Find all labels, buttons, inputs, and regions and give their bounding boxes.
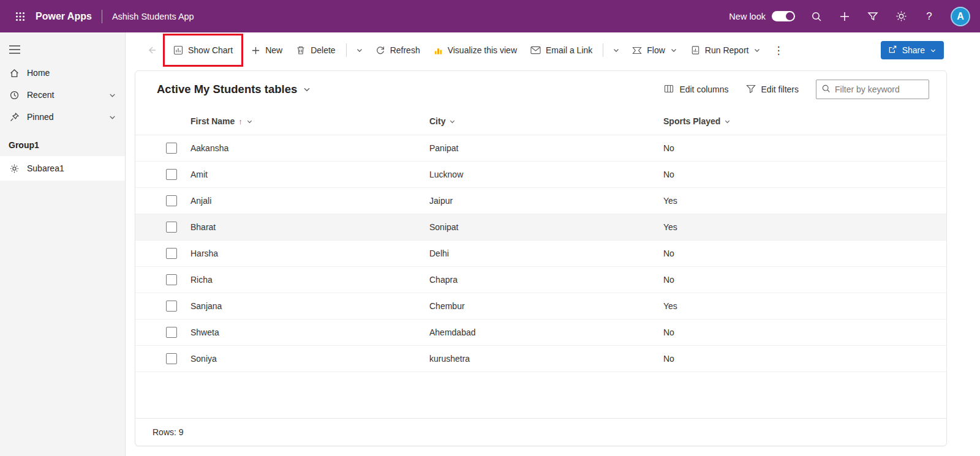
column-label: Sports Played <box>663 116 720 126</box>
row-checkbox-cell <box>135 301 190 312</box>
row-checkbox[interactable] <box>166 248 177 259</box>
new-look-switch-group: New look <box>729 11 795 21</box>
chevron-down-icon[interactable] <box>108 113 116 121</box>
pin-icon <box>9 111 20 122</box>
filter-keyword-input[interactable] <box>835 84 924 94</box>
chevron-down-icon <box>753 47 761 54</box>
row-checkbox[interactable] <box>166 143 177 154</box>
row-checkbox[interactable] <box>166 169 177 180</box>
table-row[interactable]: Richa Chapra No <box>135 267 946 293</box>
table-row[interactable]: Shweta Ahemdabad No <box>135 320 946 346</box>
columns-icon <box>664 84 674 95</box>
view-card: Active My Students tables Edit columns <box>135 70 947 446</box>
chevron-down-icon <box>670 47 677 54</box>
avatar[interactable]: A <box>951 7 970 26</box>
cell-sports-played: No <box>663 170 946 179</box>
table-row[interactable]: Harsha Delhi No <box>135 241 946 267</box>
power-apps-window: Power Apps Ashish Students App New look … <box>0 0 980 456</box>
row-checkbox[interactable] <box>166 274 177 285</box>
row-checkbox[interactable] <box>166 301 177 312</box>
cell-city: Ahemdabad <box>429 327 663 337</box>
row-checkbox-cell <box>135 353 190 364</box>
new-look-label: New look <box>729 12 766 21</box>
row-checkbox-cell <box>135 195 190 206</box>
cell-sports-played: Yes <box>663 222 946 232</box>
email-dropdown-chevron[interactable] <box>608 42 625 58</box>
keyword-filter-box[interactable] <box>816 80 929 99</box>
hamburger-menu-icon[interactable] <box>0 37 27 62</box>
toggle-knob <box>786 12 794 20</box>
edit-columns-button[interactable]: Edit columns <box>664 84 728 95</box>
header-divider <box>102 10 102 23</box>
cell-sports-played: No <box>663 327 946 337</box>
show-chart-annotated-region: Show Chart <box>167 41 239 59</box>
sidebar-item-label: Recent <box>27 90 54 100</box>
plus-icon <box>251 46 260 55</box>
cell-city: Sonipat <box>429 222 663 232</box>
share-button[interactable]: Share <box>881 41 944 59</box>
table-row[interactable]: Bharat Sonipat Yes <box>135 214 946 241</box>
row-checkbox[interactable] <box>166 195 177 206</box>
flow-label: Flow <box>647 45 665 55</box>
sidebar-item-home[interactable]: Home <box>0 62 125 84</box>
sidebar-item-pinned[interactable]: Pinned <box>0 106 125 128</box>
waffle-menu-icon[interactable] <box>10 6 31 27</box>
flow-icon <box>632 47 642 54</box>
cell-sports-played: No <box>663 249 946 258</box>
overflow-menu-icon[interactable]: ⋮ <box>768 41 788 60</box>
plus-icon[interactable] <box>838 10 851 23</box>
command-divider <box>346 43 347 57</box>
filter-icon[interactable] <box>866 10 880 23</box>
visualize-chart-icon <box>434 46 443 55</box>
share-label: Share <box>902 45 925 55</box>
app-name[interactable]: Power Apps <box>36 11 92 22</box>
table-row[interactable]: Aakansha Panipat No <box>135 135 946 162</box>
delete-button[interactable]: Delete <box>290 41 341 59</box>
edit-filters-label: Edit filters <box>761 84 799 94</box>
visualize-view-label: Visualize this view <box>448 45 517 55</box>
table-row[interactable]: Sanjana Chembur Yes <box>135 293 946 320</box>
new-button[interactable]: New <box>245 41 288 59</box>
flow-button[interactable]: Flow <box>626 41 684 59</box>
refresh-button[interactable]: Refresh <box>369 41 426 59</box>
chevron-down-icon <box>612 47 620 54</box>
view-actions: Edit columns Edit filters <box>664 80 929 99</box>
cell-first-name: Shweta <box>190 327 429 337</box>
visualize-view-button[interactable]: Visualize this view <box>428 41 523 59</box>
new-label: New <box>265 45 282 55</box>
email-link-button[interactable]: Email a Link <box>524 41 598 59</box>
cell-sports-played: Yes <box>663 301 946 311</box>
column-header-sports-played[interactable]: Sports Played <box>663 116 946 126</box>
row-checkbox[interactable] <box>166 353 177 364</box>
row-checkbox-cell <box>135 274 190 285</box>
run-report-button[interactable]: Run Report <box>685 41 767 59</box>
sidebar: Home Recent Pinned Group <box>0 32 126 456</box>
table-row[interactable]: Amit Lucknow No <box>135 162 946 188</box>
help-icon[interactable]: ? <box>922 10 936 23</box>
report-icon <box>691 45 700 55</box>
cell-first-name: Sanjana <box>190 301 429 311</box>
chevron-down-icon <box>246 118 253 125</box>
settings-gear-icon[interactable] <box>894 10 908 23</box>
column-header-first-name[interactable]: First Name ↑ <box>190 116 429 126</box>
overflow-glyph: ⋮ <box>773 45 783 56</box>
search-icon[interactable] <box>810 10 823 23</box>
new-look-toggle[interactable] <box>772 11 795 21</box>
table-row[interactable]: Anjali Jaipur Yes <box>135 188 946 214</box>
sidebar-item-recent[interactable]: Recent <box>0 84 125 106</box>
back-button[interactable] <box>143 41 162 59</box>
sidebar-group-label: Group1 <box>0 128 125 156</box>
table-row[interactable]: Soniya kurushetra No <box>135 346 946 372</box>
row-checkbox[interactable] <box>166 222 177 233</box>
delete-dropdown-chevron[interactable] <box>351 42 368 58</box>
show-chart-button[interactable]: Show Chart <box>167 41 239 59</box>
search-icon <box>821 84 831 95</box>
edit-filters-button[interactable]: Edit filters <box>746 84 799 95</box>
view-selector[interactable]: Active My Students tables <box>157 83 311 96</box>
grid-header-row: First Name ↑ City Sports Played <box>135 108 946 135</box>
chevron-down-icon[interactable] <box>108 91 116 99</box>
column-header-city[interactable]: City <box>429 116 663 126</box>
row-checkbox[interactable] <box>166 327 177 338</box>
sidebar-item-subarea1[interactable]: Subarea1 <box>0 156 125 181</box>
main-content: Show Chart New Delete <box>126 32 980 456</box>
